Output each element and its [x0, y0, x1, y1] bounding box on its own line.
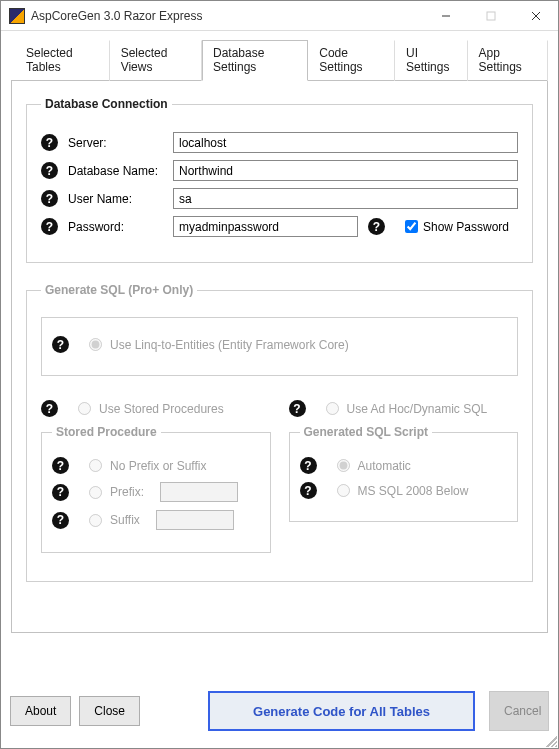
help-icon[interactable]: ? [52, 336, 69, 353]
close-button[interactable]: Close [79, 696, 140, 726]
generate-button[interactable]: Generate Code for All Tables [208, 691, 475, 731]
resize-grip-icon[interactable] [543, 733, 557, 747]
server-input[interactable] [173, 132, 518, 153]
tab-selected-views[interactable]: Selected Views [110, 40, 202, 81]
help-icon[interactable]: ? [52, 512, 69, 529]
username-label: User Name: [68, 192, 173, 206]
help-icon[interactable]: ? [368, 218, 385, 235]
dbname-label: Database Name: [68, 164, 173, 178]
stored-proc-radio-input [78, 402, 91, 415]
titlebar: AspCoreGen 3.0 Razor Express [1, 1, 558, 31]
generated-script-group: Generated SQL Script ? Automatic ? [289, 425, 519, 522]
mssql2008-radio-input [337, 484, 350, 497]
sp-noprefix-radio: No Prefix or Suffix [89, 459, 206, 473]
help-icon[interactable]: ? [41, 190, 58, 207]
tab-app-settings[interactable]: App Settings [468, 40, 548, 81]
svg-rect-1 [487, 12, 495, 20]
sp-suffix-input [89, 514, 102, 527]
sp-noprefix-input [89, 459, 102, 472]
help-icon[interactable]: ? [300, 482, 317, 499]
tab-selected-tables[interactable]: Selected Tables [15, 40, 110, 81]
help-icon[interactable]: ? [300, 457, 317, 474]
show-password-checkbox[interactable]: Show Password [405, 220, 509, 234]
linq-radio: Use Linq-to-Entities (Entity Framework C… [89, 338, 349, 352]
help-icon[interactable]: ? [289, 400, 306, 417]
db-conn-legend: Database Connection [41, 97, 172, 111]
tab-ui-settings[interactable]: UI Settings [395, 40, 467, 81]
close-window-button[interactable] [513, 1, 558, 31]
cancel-button: Cancel [489, 691, 549, 731]
tab-code-settings[interactable]: Code Settings [308, 40, 395, 81]
footer: About Close Generate Code for All Tables… [10, 691, 549, 731]
app-icon [9, 8, 25, 24]
automatic-radio: Automatic [337, 459, 411, 473]
sp-prefix-radio: Prefix: [89, 485, 144, 499]
help-icon[interactable]: ? [52, 457, 69, 474]
about-button[interactable]: About [10, 696, 71, 726]
dbname-input[interactable] [173, 160, 518, 181]
username-input[interactable] [173, 188, 518, 209]
sp-prefix-text [160, 482, 238, 502]
server-label: Server: [68, 136, 173, 150]
minimize-button[interactable] [423, 1, 468, 31]
sp-suffix-radio: Suffix [89, 513, 140, 527]
show-password-input[interactable] [405, 220, 418, 233]
tab-database-settings[interactable]: Database Settings [202, 40, 308, 81]
generate-sql-group: Generate SQL (Pro+ Only) ? Use Linq-to-E… [26, 283, 533, 582]
automatic-radio-input [337, 459, 350, 472]
help-icon[interactable]: ? [41, 218, 58, 235]
help-icon[interactable]: ? [41, 162, 58, 179]
linq-group: ? Use Linq-to-Entities (Entity Framework… [41, 317, 518, 376]
adhoc-radio: Use Ad Hoc/Dynamic SQL [326, 402, 488, 416]
tab-bar: Selected Tables Selected Views Database … [11, 39, 548, 81]
script-legend: Generated SQL Script [300, 425, 432, 439]
window-title: AspCoreGen 3.0 Razor Express [31, 9, 423, 23]
database-connection-group: Database Connection ? Server: ? Database… [26, 97, 533, 263]
tab-panel: Database Connection ? Server: ? Database… [11, 81, 548, 633]
sp-suffix-text [156, 510, 234, 530]
adhoc-radio-input [326, 402, 339, 415]
help-icon[interactable]: ? [52, 484, 69, 501]
maximize-button [468, 1, 513, 31]
password-input[interactable] [173, 216, 358, 237]
stored-procedure-group: Stored Procedure ? No Prefix or Suffix ? [41, 425, 271, 553]
help-icon[interactable]: ? [41, 134, 58, 151]
help-icon[interactable]: ? [41, 400, 58, 417]
sp-prefix-input [89, 486, 102, 499]
mssql2008-radio: MS SQL 2008 Below [337, 484, 469, 498]
gen-sql-legend: Generate SQL (Pro+ Only) [41, 283, 197, 297]
linq-radio-input [89, 338, 102, 351]
password-label: Password: [68, 220, 173, 234]
sp-legend: Stored Procedure [52, 425, 161, 439]
stored-proc-radio: Use Stored Procedures [78, 402, 224, 416]
